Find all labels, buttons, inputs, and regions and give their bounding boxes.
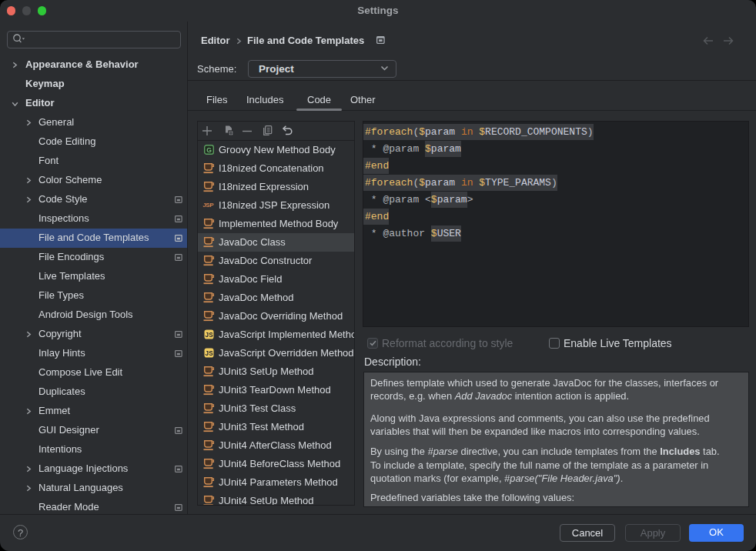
svg-text:G: G [206, 146, 212, 154]
svg-text:JS: JS [205, 332, 213, 339]
svg-text:JS: JS [205, 350, 213, 357]
